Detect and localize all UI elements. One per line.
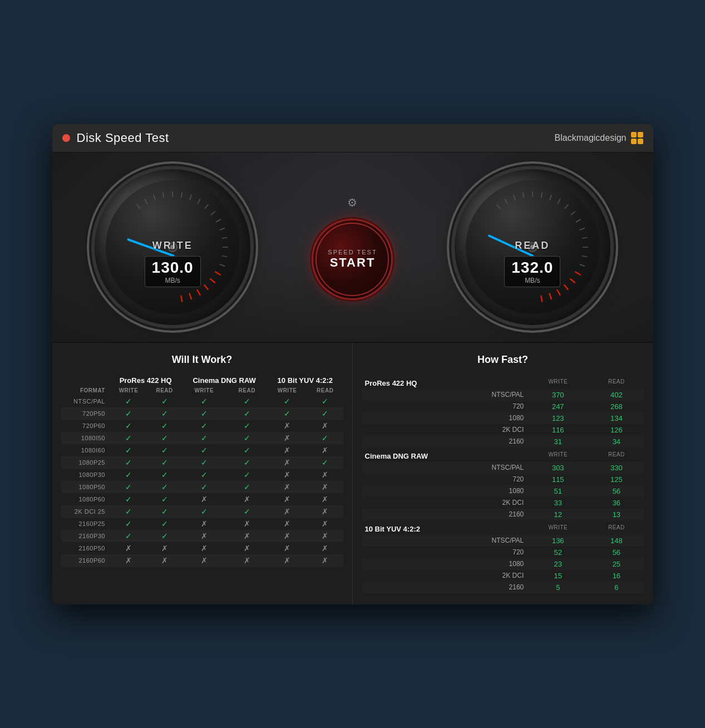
check-cell: ✗: [181, 493, 226, 505]
work-table-row: 1080p60✓✓✗✗✗✗: [61, 493, 343, 505]
svg-line-41: [576, 219, 581, 222]
check-cell: ✓: [147, 407, 181, 420]
will-it-work-title: Will It Work?: [61, 354, 343, 366]
work-table-row: 2160p30✓✓✗✗✗✗: [61, 530, 343, 542]
write-value-box: 130.0 MB/s: [145, 256, 201, 287]
fast-row-label: NTSC/PAL: [362, 535, 527, 547]
start-button[interactable]: SPEED TEST START: [313, 220, 391, 298]
fast-data-row: 720247268: [362, 401, 644, 412]
checkmark: ✓: [244, 483, 250, 491]
check-cell: ✓: [147, 444, 181, 456]
fast-row-label: 2K DCI: [362, 497, 527, 509]
checkmark: ✓: [201, 421, 208, 430]
read-gauge-label: READ: [515, 240, 550, 252]
check-cell: ✓: [147, 530, 181, 542]
fast-row-label: 2K DCI: [362, 424, 527, 436]
crossmark: ✗: [322, 519, 328, 528]
check-cell: ✓: [181, 432, 226, 444]
write-unit: MB/s: [152, 277, 194, 284]
checkmark: ✓: [201, 507, 208, 516]
checkmark: ✓: [284, 397, 290, 406]
check-cell: ✓: [307, 395, 343, 407]
fast-data-row: NTSC/PAL370402: [362, 389, 644, 401]
fast-write-value: 33: [527, 497, 589, 509]
crossmark: ✗: [244, 532, 250, 540]
svg-line-12: [190, 195, 191, 200]
fast-read-header: READ: [589, 447, 644, 462]
will-it-work-table: ProRes 422 HQ Cinema DNG RAW 10 Bit YUV …: [61, 375, 343, 567]
fast-write-header: WRITE: [527, 375, 589, 389]
read-value-box: 132.0 MB/s: [504, 256, 560, 287]
svg-line-28: [557, 289, 560, 295]
fast-data-row: 2K DCI116126: [362, 424, 644, 436]
checkmark: ✓: [125, 507, 132, 516]
check-cell: ✓: [147, 432, 181, 444]
format-cell: 720p50: [61, 407, 110, 420]
fast-read-value: 56: [589, 485, 644, 497]
checkmark: ✓: [161, 519, 168, 528]
fast-section-header: Cinema DNG RAWWRITEREAD: [362, 447, 644, 462]
check-cell: ✓: [147, 493, 181, 505]
checkmark: ✓: [201, 470, 208, 479]
fast-row-label: 720: [362, 547, 527, 558]
fast-section-header: 10 Bit YUV 4:2:2WRITEREAD: [362, 520, 644, 535]
check-cell: ✓: [226, 456, 267, 469]
crossmark: ✗: [161, 556, 168, 565]
fast-write-value: 12: [527, 509, 589, 520]
svg-line-20: [222, 255, 228, 257]
check-cell: ✓: [110, 530, 147, 542]
check-cell: ✓: [110, 505, 147, 518]
write-value: 130.0: [152, 259, 194, 277]
fast-write-header: WRITE: [527, 447, 589, 462]
check-cell: ✓: [181, 469, 226, 481]
checkmark: ✓: [161, 434, 168, 442]
svg-line-25: [575, 272, 580, 275]
brand-icon: [631, 132, 643, 144]
svg-line-30: [541, 295, 542, 302]
svg-line-8: [154, 195, 155, 200]
format-cell: 1080p50: [61, 481, 110, 493]
fast-data-row: 720115125: [362, 474, 644, 485]
crossmark: ✗: [284, 470, 290, 479]
checkmark: ✓: [161, 458, 168, 467]
svg-line-45: [581, 255, 587, 257]
work-table-row: 2160p60✗✗✗✗✗✗: [61, 554, 343, 567]
check-cell: ✗: [226, 530, 267, 542]
checkmark: ✓: [244, 446, 250, 455]
crossmark: ✗: [284, 507, 290, 516]
check-cell: ✗: [307, 505, 343, 518]
how-fast-table: ProRes 422 HQWRITEREADNTSC/PAL3704027202…: [362, 375, 644, 593]
check-cell: ✗: [307, 530, 343, 542]
checkmark: ✓: [161, 470, 168, 479]
check-cell: ✓: [110, 469, 147, 481]
how-fast-panel: How Fast? ProRes 422 HQWRITEREADNTSC/PAL…: [353, 343, 653, 604]
prores-read-sub: READ: [147, 386, 181, 395]
check-cell: ✓: [181, 505, 226, 518]
fast-read-value: 148: [589, 535, 644, 547]
checkmark: ✓: [201, 434, 208, 442]
svg-line-5: [181, 295, 182, 302]
will-it-work-panel: Will It Work? ProRes 422 HQ Cinema DNG R…: [52, 343, 353, 604]
settings-icon[interactable]: ⚙: [347, 196, 357, 209]
crossmark: ✗: [201, 519, 208, 528]
svg-line-18: [222, 237, 228, 238]
write-gauge-label: WRITE: [152, 240, 193, 252]
checkmark: ✓: [161, 397, 168, 406]
check-cell: ✗: [267, 554, 307, 567]
check-cell: ✓: [110, 444, 147, 456]
check-cell: ✗: [307, 554, 343, 567]
check-cell: ✓: [181, 456, 226, 469]
read-gauge: READ 132.0 MB/s: [455, 169, 610, 325]
check-cell: ✓: [181, 444, 226, 456]
fast-data-row: 10802325: [362, 558, 644, 570]
crossmark: ✗: [284, 446, 290, 455]
check-cell: ✗: [307, 542, 343, 554]
fast-write-value: 52: [527, 547, 589, 558]
fast-read-value: 126: [589, 424, 644, 436]
checkmark: ✓: [244, 434, 250, 442]
crossmark: ✗: [244, 556, 250, 565]
close-button[interactable]: [62, 134, 70, 142]
svg-line-39: [565, 204, 568, 209]
crossmark: ✗: [284, 495, 290, 504]
fast-write-value: 123: [527, 412, 589, 424]
